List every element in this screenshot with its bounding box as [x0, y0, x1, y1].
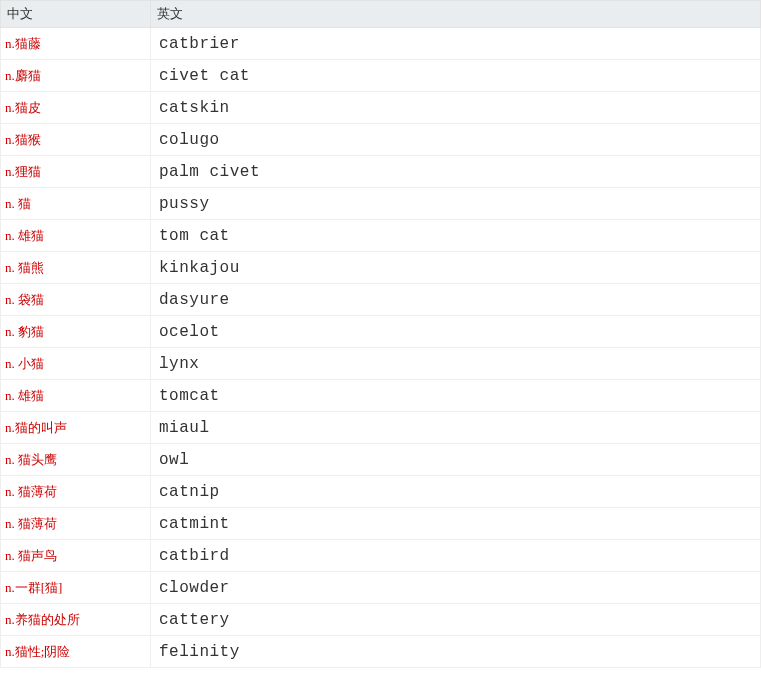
- part-of-speech: n.: [5, 452, 15, 467]
- english-cell: tom cat: [151, 220, 761, 252]
- chinese-cell: n.养猫的处所: [1, 604, 151, 636]
- part-of-speech: n.: [5, 580, 15, 595]
- english-cell: lynx: [151, 348, 761, 380]
- english-cell: catmint: [151, 508, 761, 540]
- english-cell: catbrier: [151, 28, 761, 60]
- chinese-cell: n. 小猫: [1, 348, 151, 380]
- chinese-cell: n. 雄猫: [1, 220, 151, 252]
- chinese-word: 小猫: [15, 356, 44, 371]
- chinese-word: 雄猫: [15, 228, 44, 243]
- english-cell: miaul: [151, 412, 761, 444]
- part-of-speech: n.: [5, 644, 15, 659]
- part-of-speech: n.: [5, 484, 15, 499]
- table-row: n.猫藤catbrier: [1, 28, 761, 60]
- english-cell: palm civet: [151, 156, 761, 188]
- table-row: n.猫皮catskin: [1, 92, 761, 124]
- english-cell: cattery: [151, 604, 761, 636]
- table-row: n.猫猴colugo: [1, 124, 761, 156]
- table-body: n.猫藤catbriern.麝猫civet catn.猫皮catskinn.猫猴…: [1, 28, 761, 668]
- table-row: n. 雄猫tom cat: [1, 220, 761, 252]
- chinese-word: 猫: [15, 196, 31, 211]
- english-cell: colugo: [151, 124, 761, 156]
- chinese-word: 猫薄荷: [15, 516, 57, 531]
- table-row: n.养猫的处所cattery: [1, 604, 761, 636]
- table-row: n.猫的叫声miaul: [1, 412, 761, 444]
- chinese-cell: n. 猫声鸟: [1, 540, 151, 572]
- part-of-speech: n.: [5, 516, 15, 531]
- chinese-word: 猫声鸟: [15, 548, 57, 563]
- table-row: n. 猫头鹰owl: [1, 444, 761, 476]
- english-cell: civet cat: [151, 60, 761, 92]
- chinese-cell: n.猫猴: [1, 124, 151, 156]
- table-row: n.狸猫palm civet: [1, 156, 761, 188]
- english-cell: owl: [151, 444, 761, 476]
- table-row: n. 猫pussy: [1, 188, 761, 220]
- chinese-cell: n.猫皮: [1, 92, 151, 124]
- part-of-speech: n.: [5, 324, 15, 339]
- part-of-speech: n.: [5, 164, 15, 179]
- chinese-cell: n. 猫头鹰: [1, 444, 151, 476]
- table-row: n. 豹猫ocelot: [1, 316, 761, 348]
- table-row: n.一群[猫]clowder: [1, 572, 761, 604]
- english-cell: clowder: [151, 572, 761, 604]
- chinese-word: 豹猫: [15, 324, 44, 339]
- chinese-word: 狸猫: [15, 164, 41, 179]
- header-chinese: 中文: [1, 1, 151, 28]
- table-row: n.麝猫civet cat: [1, 60, 761, 92]
- chinese-word: 一群[猫]: [15, 580, 63, 595]
- chinese-word: 猫的叫声: [15, 420, 67, 435]
- english-cell: kinkajou: [151, 252, 761, 284]
- english-cell: catnip: [151, 476, 761, 508]
- table-row: n. 雄猫tomcat: [1, 380, 761, 412]
- chinese-word: 麝猫: [15, 68, 41, 83]
- header-english: 英文: [151, 1, 761, 28]
- part-of-speech: n.: [5, 68, 15, 83]
- table-row: n. 袋猫dasyure: [1, 284, 761, 316]
- chinese-word: 猫熊: [15, 260, 44, 275]
- table-row: n. 猫薄荷catnip: [1, 476, 761, 508]
- chinese-word: 猫头鹰: [15, 452, 57, 467]
- english-cell: pussy: [151, 188, 761, 220]
- table-row: n. 猫声鸟catbird: [1, 540, 761, 572]
- english-cell: catskin: [151, 92, 761, 124]
- chinese-word: 袋猫: [15, 292, 44, 307]
- chinese-cell: n. 猫薄荷: [1, 508, 151, 540]
- chinese-word: 猫性;阴险: [15, 644, 71, 659]
- chinese-cell: n.狸猫: [1, 156, 151, 188]
- header-row: 中文 英文: [1, 1, 761, 28]
- chinese-cell: n.麝猫: [1, 60, 151, 92]
- part-of-speech: n.: [5, 612, 15, 627]
- chinese-cell: n. 猫: [1, 188, 151, 220]
- part-of-speech: n.: [5, 196, 15, 211]
- chinese-word: 雄猫: [15, 388, 44, 403]
- chinese-word: 猫薄荷: [15, 484, 57, 499]
- chinese-word: 养猫的处所: [15, 612, 80, 627]
- part-of-speech: n.: [5, 260, 15, 275]
- chinese-word: 猫猴: [15, 132, 41, 147]
- table-row: n. 猫薄荷catmint: [1, 508, 761, 540]
- chinese-cell: n. 猫薄荷: [1, 476, 151, 508]
- chinese-cell: n.猫的叫声: [1, 412, 151, 444]
- english-cell: tomcat: [151, 380, 761, 412]
- part-of-speech: n.: [5, 356, 15, 371]
- chinese-cell: n.一群[猫]: [1, 572, 151, 604]
- part-of-speech: n.: [5, 292, 15, 307]
- part-of-speech: n.: [5, 100, 15, 115]
- vocab-table: 中文 英文 n.猫藤catbriern.麝猫civet catn.猫皮catsk…: [0, 0, 761, 668]
- part-of-speech: n.: [5, 388, 15, 403]
- chinese-word: 猫皮: [15, 100, 41, 115]
- part-of-speech: n.: [5, 228, 15, 243]
- english-cell: ocelot: [151, 316, 761, 348]
- english-cell: felinity: [151, 636, 761, 668]
- english-cell: catbird: [151, 540, 761, 572]
- table-row: n. 小猫lynx: [1, 348, 761, 380]
- chinese-word: 猫藤: [15, 36, 41, 51]
- chinese-cell: n. 猫熊: [1, 252, 151, 284]
- english-cell: dasyure: [151, 284, 761, 316]
- chinese-cell: n. 袋猫: [1, 284, 151, 316]
- table-row: n. 猫熊kinkajou: [1, 252, 761, 284]
- chinese-cell: n.猫性;阴险: [1, 636, 151, 668]
- part-of-speech: n.: [5, 420, 15, 435]
- table-row: n.猫性;阴险felinity: [1, 636, 761, 668]
- part-of-speech: n.: [5, 132, 15, 147]
